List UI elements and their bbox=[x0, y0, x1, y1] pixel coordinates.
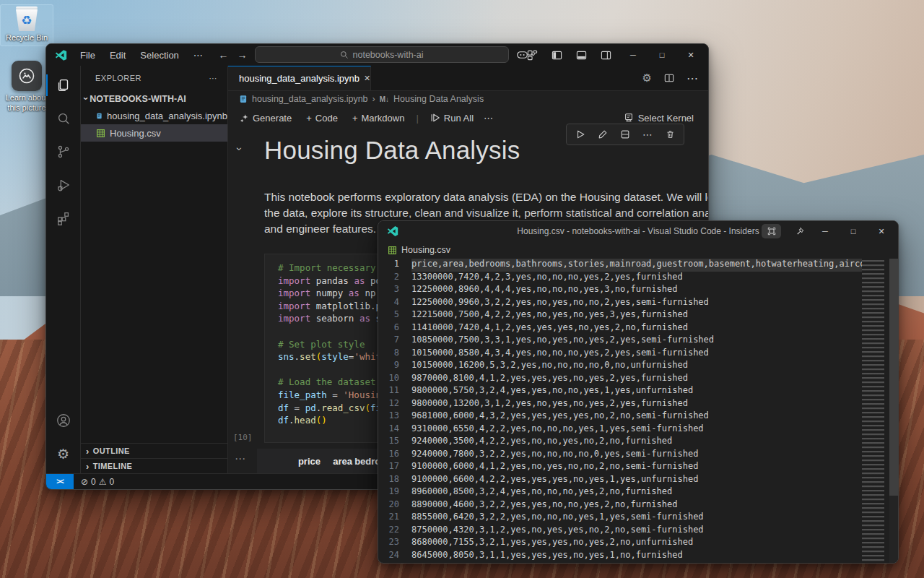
select-kernel-button[interactable]: Select Kernel bbox=[619, 111, 698, 125]
csv-line[interactable]: 910150000,16200,5,3,2,yes,no,no,no,no,0,… bbox=[378, 360, 862, 373]
edit-cell-icon[interactable] bbox=[598, 129, 608, 139]
chevron-expanded-icon: › bbox=[81, 97, 92, 100]
file-item-csv[interactable]: Housing.csv bbox=[81, 124, 227, 142]
minimize-button[interactable]: ─ bbox=[818, 227, 832, 236]
problems-indicator[interactable]: ⊘ 0 ⚠ 0 bbox=[74, 477, 114, 487]
output-more-actions[interactable]: ⋯ bbox=[235, 452, 246, 465]
run-all-button[interactable]: Run All bbox=[426, 111, 478, 125]
generate-button[interactable]: Generate bbox=[235, 111, 296, 125]
menu-edit[interactable]: Edit bbox=[104, 48, 131, 62]
run-cell-icon[interactable] bbox=[575, 129, 585, 139]
csv-line[interactable]: 412250000,9960,3,2,2,yes,no,yes,no,no,2,… bbox=[378, 297, 862, 310]
explorer-more-actions[interactable]: ⋯ bbox=[209, 74, 218, 83]
minimap[interactable] bbox=[862, 260, 889, 563]
desktop-icon-recycle-bin[interactable]: ♻ Recycle Bin bbox=[0, 4, 53, 46]
activity-source-control[interactable] bbox=[46, 135, 81, 168]
csv-line[interactable]: 611410000,7420,4,1,2,yes,yes,yes,no,yes,… bbox=[378, 322, 862, 335]
csv-line[interactable]: 198960000,8500,3,2,4,yes,no,no,no,yes,2,… bbox=[378, 486, 862, 499]
csv-line[interactable]: 139681000,6000,4,3,2,yes,yes,yes,yes,no,… bbox=[378, 410, 862, 423]
csv-line[interactable]: 248645000,8050,3,1,1,yes,yes,yes,no,yes,… bbox=[378, 550, 862, 563]
toggle-secondary-sidebar-icon[interactable] bbox=[601, 50, 611, 61]
csv-text-area[interactable]: 1price,area,bedrooms,bathrooms,stories,m… bbox=[378, 259, 862, 563]
csv-line[interactable]: 213300000,7420,4,2,3,yes,no,no,no,yes,2,… bbox=[378, 272, 862, 285]
menu-selection[interactable]: Selection bbox=[134, 48, 184, 62]
cell-more-actions[interactable]: ⋯ bbox=[642, 129, 653, 140]
command-center-search[interactable]: notebooks-with-ai bbox=[255, 46, 509, 63]
close-button[interactable]: ✕ bbox=[684, 51, 698, 60]
settings-button[interactable]: ⚙ bbox=[46, 437, 81, 470]
minimize-button[interactable]: ─ bbox=[626, 51, 640, 59]
outline-section[interactable]: › OUTLINE bbox=[81, 443, 227, 458]
csv-line[interactable]: 159240000,3500,4,2,2,yes,no,no,yes,no,2,… bbox=[378, 436, 862, 449]
toggle-primary-sidebar-icon[interactable] bbox=[552, 50, 562, 61]
workspace-root-folder[interactable]: › NOTEBOOKS-WITH-AI bbox=[81, 90, 227, 107]
csv-line[interactable]: 228750000,4320,3,1,2,yes,no,yes,yes,no,2… bbox=[378, 525, 862, 538]
copilot-button[interactable] bbox=[516, 50, 536, 60]
remote-icon: >< bbox=[56, 478, 64, 486]
search-icon bbox=[56, 111, 71, 126]
csv-line[interactable]: 129800000,13200,3,1,2,yes,no,yes,no,yes,… bbox=[378, 398, 862, 411]
scrollbar-thumb[interactable] bbox=[889, 259, 898, 496]
accounts-button[interactable] bbox=[46, 404, 81, 437]
plus-icon: + bbox=[306, 113, 312, 124]
csv-line[interactable]: 512215000,7500,4,2,2,yes,no,yes,no,yes,3… bbox=[378, 309, 862, 322]
notebook-settings-gear-icon[interactable]: ⚙ bbox=[642, 72, 652, 85]
explorer-title: EXPLORER bbox=[95, 74, 141, 82]
split-editor-icon[interactable] bbox=[664, 73, 674, 83]
tab-housing-notebook[interactable]: housing_data_analysis.ipynb ✕ bbox=[228, 66, 371, 90]
close-button[interactable]: ✕ bbox=[874, 227, 889, 236]
toolbar-more-actions[interactable]: ⋯ bbox=[484, 113, 493, 124]
activity-extensions[interactable] bbox=[46, 202, 81, 235]
activity-explorer[interactable] bbox=[46, 69, 81, 102]
pin-icon[interactable] bbox=[795, 227, 804, 236]
csv-line[interactable]: 149310000,6550,4,2,2,yes,no,no,no,yes,1,… bbox=[378, 423, 862, 436]
csv-line[interactable]: 710850000,7500,3,3,1,yes,no,yes,no,yes,2… bbox=[378, 335, 862, 348]
csv-line[interactable]: 810150000,8580,4,3,4,yes,no,no,no,yes,2,… bbox=[378, 348, 862, 361]
csv-line[interactable]: 218855000,6420,3,2,2,yes,no,no,no,yes,1,… bbox=[378, 512, 862, 525]
activity-search[interactable] bbox=[46, 102, 81, 135]
notebook-file-icon bbox=[239, 95, 248, 103]
sparkle-icon bbox=[240, 113, 249, 123]
nav-back-icon[interactable]: ← bbox=[219, 49, 229, 61]
csv-line[interactable]: 119800000,5750,3,2,4,yes,yes,no,no,yes,1… bbox=[378, 385, 862, 398]
breadcrumb[interactable]: housing_data_analysis.ipynb › M↓ Housing… bbox=[228, 91, 708, 107]
add-markdown-cell-button[interactable]: +Markdown bbox=[348, 111, 409, 125]
csv-titlebar[interactable]: Housing.csv - notebooks-with-ai - Visual… bbox=[378, 221, 898, 241]
add-code-cell-button[interactable]: +Code bbox=[302, 111, 342, 125]
activity-run-debug[interactable] bbox=[46, 168, 81, 202]
csv-line[interactable]: 312250000,8960,4,4,4,yes,no,no,no,yes,3,… bbox=[378, 284, 862, 297]
scrollbar[interactable] bbox=[889, 259, 898, 563]
delete-cell-icon[interactable] bbox=[666, 129, 675, 139]
split-cell-icon[interactable] bbox=[620, 129, 630, 139]
maximize-button[interactable]: □ bbox=[655, 51, 669, 59]
csv-line[interactable]: 109870000,8100,4,1,2,yes,yes,yes,no,yes,… bbox=[378, 373, 862, 386]
remote-indicator[interactable]: >< bbox=[46, 474, 74, 489]
main-titlebar[interactable]: File Edit Selection ⋯ ← → notebooks-with… bbox=[46, 44, 708, 66]
menu-more[interactable]: ⋯ bbox=[188, 48, 209, 62]
menu-file[interactable]: File bbox=[74, 48, 101, 62]
menu-bar[interactable]: File Edit Selection ⋯ bbox=[74, 48, 209, 62]
csv-file-label[interactable]: Housing.csv bbox=[378, 241, 898, 259]
csv-line[interactable]: 189100000,6600,4,2,2,yes,yes,yes,no,yes,… bbox=[378, 474, 862, 487]
close-tab-icon[interactable]: ✕ bbox=[364, 74, 370, 83]
csv-line[interactable]: 208890000,4600,3,2,2,yes,yes,no,no,yes,2… bbox=[378, 499, 862, 512]
source-control-icon bbox=[56, 144, 71, 160]
account-icon bbox=[56, 413, 71, 428]
collapse-section-icon[interactable]: › bbox=[234, 147, 245, 151]
restore-full-window-button[interactable] bbox=[762, 224, 781, 238]
maximize-button[interactable]: □ bbox=[846, 227, 860, 236]
toolbar-separator: | bbox=[414, 113, 419, 124]
search-value: notebooks-with-ai bbox=[353, 50, 424, 60]
file-item-notebook[interactable]: housing_data_analysis.ipynb bbox=[81, 107, 227, 124]
editor-more-actions[interactable]: ⋯ bbox=[687, 72, 698, 85]
csv-line[interactable]: 238680000,7155,3,2,1,yes,yes,yes,no,yes,… bbox=[378, 537, 862, 550]
nav-forward-icon[interactable]: → bbox=[237, 49, 248, 61]
csv-line[interactable]: 1price,area,bedrooms,bathrooms,stories,m… bbox=[378, 259, 862, 272]
timeline-section[interactable]: › TIMELINE bbox=[81, 458, 227, 473]
csv-line[interactable]: 169240000,7800,3,2,2,yes,no,no,no,no,0,y… bbox=[378, 449, 862, 462]
execution-count: [10] bbox=[233, 433, 253, 442]
toggle-panel-icon[interactable] bbox=[576, 50, 587, 61]
recycle-bin-icon: ♻ bbox=[14, 7, 39, 31]
csv-line[interactable]: 179100000,6000,4,1,2,yes,no,yes,no,no,2,… bbox=[378, 461, 862, 474]
picture-info-icon bbox=[12, 61, 42, 91]
